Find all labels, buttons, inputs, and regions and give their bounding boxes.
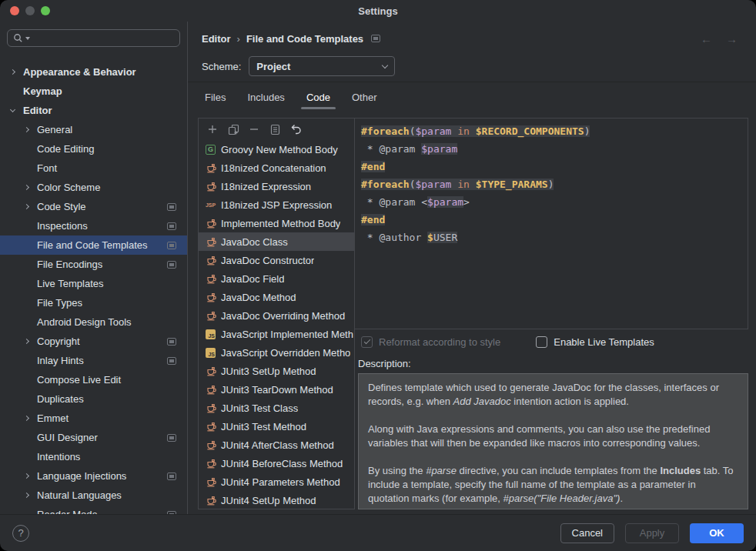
sidebar-item-reader-mode[interactable]: Reader Mode (0, 505, 187, 514)
tab-other[interactable]: Other (352, 88, 377, 106)
sidebar-item-color-scheme[interactable]: Color Scheme (0, 178, 187, 197)
apply-button[interactable]: Apply (625, 523, 679, 543)
template-item-junit3-test-method[interactable]: JUnit3 Test Method (199, 417, 354, 436)
template-item-i18nized-expression[interactable]: I18nized Expression (199, 177, 354, 195)
main-panel: Editor › File and Code Templates ← → Sch… (188, 22, 756, 514)
chevron-right-icon[interactable] (24, 204, 29, 209)
template-item-javascript-implemented-meth[interactable]: JSJavaScript Implemented Meth (199, 325, 354, 343)
sidebar-item-copyright[interactable]: Copyright (0, 332, 187, 351)
sidebar-item-keymap[interactable]: Keymap (0, 82, 187, 101)
sidebar-item-font[interactable]: Font (0, 159, 187, 178)
java-icon (205, 458, 216, 469)
template-item-junit3-teardown-method[interactable]: JUnit3 TearDown Method (199, 380, 354, 399)
template-item-junit4-beforeclass-method[interactable]: JUnit4 BeforeClass Method (199, 454, 354, 473)
cancel-button[interactable]: Cancel (560, 523, 614, 543)
live-templates-checkbox-group[interactable]: Enable Live Templates (536, 336, 654, 348)
template-item-junit4-afterclass-method[interactable]: JUnit4 AfterClass Method (199, 436, 354, 454)
code-token: $TYPE_PARAMS (476, 179, 548, 190)
reset-icon (289, 123, 302, 135)
remove-button[interactable] (248, 123, 260, 135)
sidebar-item-label: Inlay Hints (37, 355, 84, 366)
breadcrumb-editor[interactable]: Editor (202, 33, 231, 45)
sidebar-item-natural-languages[interactable]: Natural Languages (0, 486, 187, 505)
java-icon (205, 402, 216, 414)
sidebar-item-android-design-tools[interactable]: Android Design Tools (0, 312, 187, 332)
chevron-down-icon[interactable] (10, 107, 15, 112)
close-window-button[interactable] (10, 6, 19, 15)
template-item-i18nized-concatenation[interactable]: I18nized Concatenation (199, 159, 354, 177)
copy-button[interactable] (269, 123, 281, 135)
tab-files[interactable]: Files (205, 88, 226, 106)
template-item-javadoc-method[interactable]: JavaDoc Method (199, 288, 354, 306)
help-button[interactable]: ? (12, 525, 29, 542)
template-item-javadoc-constructor[interactable]: JavaDoc Constructor (199, 251, 354, 269)
sidebar-item-inspections[interactable]: Inspections (0, 216, 187, 235)
add-child-button[interactable] (227, 123, 239, 135)
chevron-right-icon[interactable] (24, 493, 29, 498)
chevron-right-icon[interactable] (24, 416, 29, 421)
description-box[interactable]: Defines template which used to generate … (358, 373, 748, 509)
ok-button[interactable]: OK (690, 523, 744, 543)
scoped-settings-icon (167, 203, 176, 211)
sidebar-item-code-style[interactable]: Code Style (0, 197, 187, 216)
reformat-checkbox-group[interactable]: Reformat according to style (361, 336, 500, 348)
template-code-editor[interactable]: #foreach($param in $RECORD_COMPONENTS) *… (355, 118, 748, 329)
template-item-junit3-test-class[interactable]: JUnit3 Test Class (199, 399, 354, 417)
sidebar-item-intentions[interactable]: Intentions (0, 447, 187, 466)
tab-code[interactable]: Code (306, 88, 330, 106)
sidebar-item-live-templates[interactable]: Live Templates (0, 274, 187, 293)
code-token: ) (548, 179, 554, 190)
breadcrumb-file-and-code-templates[interactable]: File and Code Templates (246, 33, 363, 45)
description-paragraph: By using the #parse directive, you can i… (368, 464, 738, 506)
zoom-window-button[interactable] (41, 6, 50, 15)
sidebar-item-language-injections[interactable]: Language Injections (0, 466, 187, 486)
code-token (470, 179, 476, 190)
template-item-javadoc-field[interactable]: JavaDoc Field (199, 269, 354, 288)
search-options-caret-icon[interactable] (25, 37, 30, 40)
titlebar[interactable]: Settings (0, 0, 756, 22)
template-item-javascript-overridden-metho[interactable]: JSJavaScript Overridden Metho (199, 343, 354, 362)
minimize-window-button[interactable] (25, 6, 35, 15)
tab-includes[interactable]: Includes (247, 88, 284, 106)
template-item-junit4-parameters-method[interactable]: JUnit4 Parameters Method (199, 473, 354, 491)
search-input[interactable] (32, 32, 174, 45)
template-item-junit4-setup-method[interactable]: JUnit4 SetUp Method (199, 491, 354, 509)
sidebar-item-compose-live-edit[interactable]: Compose Live Edit (0, 370, 187, 389)
template-item-label: JUnit3 Test Class (221, 402, 298, 414)
sidebar-item-emmet[interactable]: Emmet (0, 409, 187, 428)
chevron-right-icon[interactable] (24, 127, 29, 132)
sidebar-item-appearance-behavior[interactable]: Appearance & Behavior (0, 62, 187, 82)
forward-arrow-icon[interactable]: → (726, 32, 738, 45)
code-token: $param (421, 143, 457, 155)
sidebar-item-general[interactable]: General (0, 120, 187, 139)
chevron-right-icon[interactable] (24, 473, 29, 479)
add-child-icon (228, 124, 239, 135)
template-item-junit3-setup-method[interactable]: JUnit3 SetUp Method (199, 362, 354, 380)
sidebar-item-file-encodings[interactable]: File Encodings (0, 255, 187, 274)
search-box[interactable] (7, 29, 180, 47)
sidebar-item-inlay-hints[interactable]: Inlay Hints (0, 351, 187, 370)
reformat-checkbox[interactable] (361, 336, 373, 348)
sidebar-item-file-types[interactable]: File Types (0, 293, 187, 312)
chevron-right-icon[interactable] (24, 339, 29, 344)
chevron-right-icon[interactable] (24, 185, 29, 190)
add-button[interactable] (206, 123, 219, 135)
chevron-right-icon[interactable] (10, 69, 15, 75)
template-item-groovy-new-method-body[interactable]: GGroovy New Method Body (199, 140, 354, 159)
back-arrow-icon[interactable]: ← (701, 32, 712, 45)
live-templates-checkbox[interactable] (536, 336, 547, 348)
sidebar-item-file-and-code-templates[interactable]: File and Code Templates (0, 235, 187, 255)
chevron-slot (23, 205, 37, 209)
template-item-i18nized-jsp-expression[interactable]: JSPI18nized JSP Expression (199, 195, 354, 214)
sidebar-item-duplicates[interactable]: Duplicates (0, 389, 187, 409)
sidebar-item-editor[interactable]: Editor (0, 101, 187, 120)
sidebar-item-gui-designer[interactable]: GUI Designer (0, 428, 187, 447)
template-item-implemented-method-body[interactable]: Implemented Method Body (199, 214, 354, 232)
reset-button[interactable] (289, 123, 302, 135)
template-item-javadoc-overriding-method[interactable]: JavaDoc Overriding Method (199, 306, 354, 325)
template-item-javadoc-class[interactable]: JavaDoc Class (199, 232, 354, 251)
scheme-dropdown[interactable]: Project (249, 56, 395, 76)
sidebar-item-label: File Types (37, 297, 82, 309)
sidebar-item-label: Appearance & Behavior (23, 66, 136, 78)
sidebar-item-code-editing[interactable]: Code Editing (0, 139, 187, 159)
